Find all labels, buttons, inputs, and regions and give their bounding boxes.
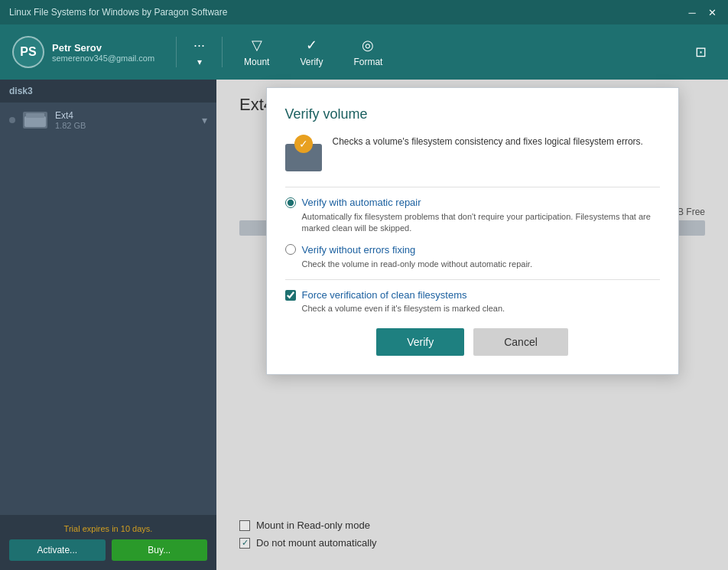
nav-sep-2 [222,37,223,67]
window-resize-button[interactable]: ⊡ [686,37,716,67]
format-button[interactable]: ◎ Format [338,31,398,73]
partition-name: Ext4 [55,110,194,121]
svg-rect-1 [26,113,44,118]
user-section: PS Petr Serov semerenov345@gmail.com [12,36,154,68]
force-check-desc: Check a volume even if it's filesystem i… [302,304,660,313]
avatar: PS [12,36,44,68]
auto-repair-label[interactable]: Verify with automatic repair [285,197,660,208]
verify-confirm-button[interactable]: Verify [376,328,464,356]
verify-dialog: Verify volume ✓ Checks a volume's filesy… [266,87,679,375]
no-repair-label[interactable]: Verify without errors fixing [285,244,660,256]
partition-size: 1.82 GB [55,121,194,130]
content-area: Ext4 1.70 GB Free Mount in Read-only mod… [216,80,728,570]
more-icon: ··· [193,37,205,54]
nav-sep-1 [176,37,177,67]
auto-repair-text: Verify with automatic repair [302,197,421,208]
mount-label: Mount [244,57,269,67]
sidebar-footer: Trial expires in 10 days. Activate... Bu… [0,515,216,570]
option-no-repair: Verify without errors fixing Check the v… [285,244,660,270]
no-repair-desc: Check the volume in read-only mode witho… [302,259,660,270]
verify-icon: ✓ [306,37,317,54]
no-repair-text: Verify without errors fixing [302,244,416,256]
verify-check-icon: ✓ [299,138,308,150]
user-email: semerenov345@gmail.com [52,54,154,63]
user-name: Petr Serov [52,42,154,54]
disk-item[interactable]: Ext4 1.82 GB ▾ [0,103,216,138]
user-info: Petr Serov semerenov345@gmail.com [52,42,154,63]
force-check-checkbox[interactable] [285,290,296,301]
no-repair-radio[interactable] [285,244,296,255]
disk-info: Ext4 1.82 GB [55,110,194,130]
dialog-icon-row: ✓ Checks a volume's filesystem consisten… [285,135,660,171]
divider-2 [285,279,660,280]
minimize-button[interactable]: ─ [685,5,699,19]
sidebar-disk-header: disk3 [0,80,216,103]
option-auto-repair: Verify with automatic repair Automatical… [285,197,660,235]
trial-notice: Trial expires in 10 days. [9,524,207,533]
auto-repair-radio[interactable] [285,197,296,208]
cancel-button[interactable]: Cancel [473,328,568,356]
disk-expand-icon: ▾ [202,114,207,126]
window-controls: ─ ✕ [685,5,719,19]
main-layout: disk3 Ext4 1.82 GB ▾ Trial expires in 10… [0,80,728,570]
dialog-overlay: Verify volume ✓ Checks a volume's filesy… [216,80,728,570]
force-check-label: Force verification of clean filesystems [302,289,467,301]
verify-button[interactable]: ✓ Verify [284,31,338,73]
mount-icon: ▽ [252,37,262,54]
dialog-buttons: Verify Cancel [285,328,660,356]
verify-label: Verify [300,57,323,67]
title-bar: Linux File Systems for Windows by Parago… [0,0,728,24]
dialog-title: Verify volume [285,106,660,122]
app-title: Linux File Systems for Windows by Parago… [9,7,227,18]
nav-right: ⊡ [686,37,716,67]
format-label: Format [353,57,382,67]
disk-dot [9,117,15,123]
divider-1 [285,187,660,187]
dialog-icon: ✓ [285,135,322,171]
dialog-description: Checks a volume's filesystem consistency… [333,135,643,148]
more-chevron: ▾ [197,57,202,67]
sidebar-action-buttons: Activate... Buy... [9,539,207,561]
close-button[interactable]: ✕ [705,5,719,19]
activate-button[interactable]: Activate... [9,539,106,561]
nav-bar: PS Petr Serov semerenov345@gmail.com ···… [0,24,728,80]
disk-icon [23,112,47,129]
more-button[interactable]: ··· ▾ [183,31,216,73]
verify-check-circle: ✓ [294,135,313,153]
buy-button[interactable]: Buy... [112,539,208,561]
auto-repair-desc: Automatically fix filesystem problems th… [302,211,660,235]
svg-rect-0 [24,116,46,127]
force-check-option: Force verification of clean filesystems [285,289,660,301]
format-icon: ◎ [362,37,374,54]
sidebar: disk3 Ext4 1.82 GB ▾ Trial expires in 10… [0,80,216,570]
mount-button[interactable]: ▽ Mount [229,31,284,73]
